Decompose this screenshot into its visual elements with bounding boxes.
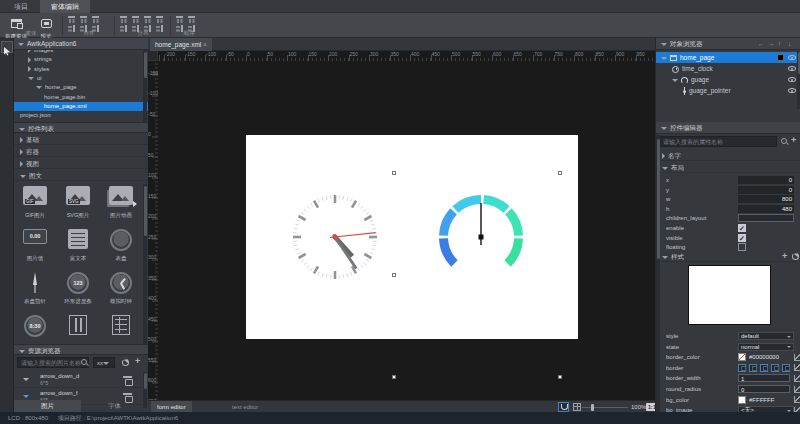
section-name[interactable]: 名字	[656, 150, 800, 161]
distribute-icon[interactable]	[119, 24, 128, 33]
w-input[interactable]: 800	[738, 195, 794, 203]
distribute-icon[interactable]	[131, 24, 140, 33]
canvas-tab-form-editor[interactable]: form editor	[151, 401, 192, 412]
align-icon[interactable]	[79, 15, 88, 24]
align-icon[interactable]	[67, 24, 76, 33]
zoom-slider-handle[interactable]	[591, 404, 594, 411]
widget-grid-scrollbar[interactable]	[143, 184, 147, 344]
search-icon[interactable]	[780, 137, 788, 145]
widget-category-3[interactable]: 图文	[14, 170, 148, 181]
resource-browser-header[interactable]: 资源浏览器	[14, 344, 148, 355]
visible-checkbox[interactable]: ✓	[738, 234, 746, 242]
reset-style-icon[interactable]	[794, 364, 800, 371]
distribute-icon[interactable]	[143, 24, 152, 33]
distribute-icon[interactable]	[119, 15, 128, 24]
distribute-icon[interactable]	[155, 24, 164, 33]
order-icon[interactable]	[187, 15, 196, 24]
widget-list-view[interactable]	[100, 313, 142, 344]
resource-search-input[interactable]: 请输入搜索的图片名称	[17, 357, 89, 368]
menu-tab-form-edit[interactable]: 窗体编辑	[40, 0, 90, 13]
h-input[interactable]: 480	[738, 205, 794, 213]
widget-image-animation[interactable]: 图片动画	[100, 184, 142, 228]
resource-filter-select[interactable]: xx	[93, 357, 115, 368]
widget-image-value[interactable]: 0.00图片值	[14, 227, 56, 271]
chevron-right-icon[interactable]	[28, 57, 31, 63]
selection-handle[interactable]	[392, 375, 396, 379]
tree-item-strings[interactable]: strings	[14, 55, 148, 64]
eye-icon[interactable]	[788, 66, 796, 71]
state-select[interactable]: normal	[738, 343, 794, 351]
order-icon[interactable]	[175, 24, 184, 33]
border_color-swatch[interactable]	[738, 353, 746, 361]
widget-svg-image[interactable]: SVGSVG图片	[57, 184, 99, 228]
selection-handle[interactable]	[558, 375, 562, 379]
round_radius-input[interactable]: 0	[738, 385, 790, 393]
enable-checkbox[interactable]: ✓	[738, 224, 746, 232]
distribute-icon[interactable]	[143, 15, 152, 24]
tree-item-styles[interactable]: styles	[14, 65, 148, 74]
align-icon[interactable]	[91, 24, 100, 33]
align-icon[interactable]	[79, 24, 88, 33]
widget-category-1[interactable]: 容器	[14, 146, 148, 157]
property-search-input[interactable]: 请输入搜索的属性名称	[659, 136, 777, 147]
distribute-icon[interactable]	[155, 15, 164, 24]
object-node-guage_pointer[interactable]: guage_pointer	[656, 85, 800, 96]
object-node-home_page[interactable]: home_page	[656, 52, 800, 63]
grid-toggle-icon[interactable]	[573, 403, 581, 411]
add-resource-button[interactable]: +	[135, 356, 140, 366]
order-icon[interactable]	[187, 24, 196, 33]
zoom-slider[interactable]	[582, 407, 628, 409]
y-input[interactable]: 0	[738, 186, 794, 194]
widget-list-header[interactable]: 控件列表	[14, 122, 148, 133]
widget-gauge-widget[interactable]: 表盘	[100, 227, 142, 271]
move-up-icon[interactable]: ↑	[778, 38, 781, 50]
property-scrollbar[interactable]	[656, 135, 660, 412]
tree-item-home_page[interactable]: home_page	[14, 83, 148, 92]
border-edge-toggle[interactable]	[738, 364, 746, 372]
widget-circle-progress[interactable]: 123环形进度条	[57, 270, 99, 314]
widget-analog-clock[interactable]: 模拟时钟	[100, 270, 142, 314]
chevron-right-icon[interactable]	[28, 50, 31, 53]
bg_color-swatch[interactable]	[738, 396, 746, 404]
reset-style-icon[interactable]	[794, 354, 800, 361]
resource-tab-0[interactable]: 图片	[14, 400, 81, 412]
widget-rich-text[interactable]: 富文本	[57, 227, 99, 271]
reset-style-icon[interactable]	[794, 386, 800, 393]
selection-handle[interactable]	[392, 171, 396, 175]
chevron-down-icon[interactable]	[661, 57, 667, 60]
canvas-tab-text-editor[interactable]: text editor	[226, 401, 264, 412]
tree-item-images[interactable]: images	[14, 50, 148, 55]
widget-gif-image[interactable]: GIFGIF图片	[14, 184, 56, 228]
children_layout-input[interactable]	[738, 214, 794, 222]
add-property-button[interactable]: +	[791, 135, 796, 145]
eye-icon[interactable]	[788, 55, 796, 60]
section-layout[interactable]: 布局	[656, 162, 800, 173]
actual-size-button[interactable]: 1:1	[646, 403, 655, 411]
gauge-widget[interactable]	[431, 187, 531, 287]
selection-handle[interactable]	[558, 171, 562, 175]
reset-style-icon[interactable]	[794, 375, 800, 382]
move-right-icon[interactable]: →	[768, 38, 775, 50]
move-down-icon[interactable]: ↓	[788, 38, 791, 50]
chevron-down-icon[interactable]	[36, 86, 42, 89]
style-select[interactable]: default	[738, 332, 794, 340]
resource-tab-1[interactable]: 字体	[81, 400, 148, 412]
distribute-icon[interactable]	[131, 15, 140, 24]
document-tab[interactable]: home_page.xml ×	[150, 38, 212, 51]
tree-item-ui[interactable]: ui	[14, 74, 148, 83]
refresh-style-icon[interactable]	[792, 253, 799, 260]
tree-item-project-json[interactable]: project.json	[14, 111, 148, 120]
object-node-time_clock[interactable]: time_clock	[656, 63, 800, 74]
project-tree-scrollbar[interactable]	[143, 50, 147, 122]
eye-icon[interactable]	[788, 88, 796, 93]
chevron-down-icon[interactable]	[28, 77, 34, 80]
property-editor-header[interactable]: 控件编辑器	[656, 122, 800, 134]
analog-clock-widget[interactable]	[285, 187, 385, 287]
ribbon-button-0[interactable]: 新建窗体	[2, 14, 30, 32]
object-node-guage[interactable]: guage	[656, 74, 800, 85]
widget-digital-clock[interactable]: 8:30	[14, 313, 56, 344]
chevron-right-icon[interactable]	[28, 66, 31, 72]
menu-tab-project[interactable]: 项目	[4, 0, 38, 13]
align-icon[interactable]	[91, 15, 100, 24]
move-left-icon[interactable]: ←	[758, 38, 765, 50]
